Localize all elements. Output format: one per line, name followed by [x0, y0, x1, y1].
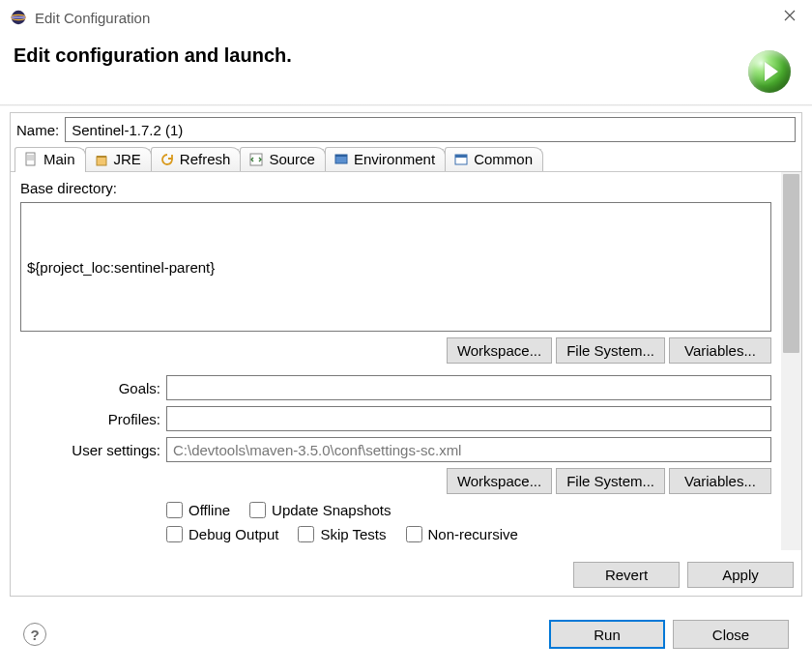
non-recursive-checkbox-label: Non-recursive	[428, 526, 518, 542]
window-close-button[interactable]	[768, 0, 812, 31]
run-icon	[746, 48, 793, 95]
tab-source[interactable]: Source	[240, 147, 326, 171]
profiles-label: Profiles:	[20, 411, 160, 427]
base-directory-input[interactable]	[20, 202, 771, 332]
svg-rect-5	[97, 156, 106, 158]
dialog-window: Edit Configuration Edit configuration an…	[0, 0, 812, 672]
header: Edit configuration and launch.	[0, 35, 812, 104]
non-recursive-checkbox-box[interactable]	[406, 526, 422, 542]
jar-icon	[94, 152, 109, 167]
skip-tests-checkbox-box[interactable]	[298, 526, 314, 542]
name-label: Name:	[16, 122, 59, 138]
basedir-variables-button[interactable]: Variables...	[669, 337, 771, 364]
config-panel: Name: Main JRE	[10, 112, 802, 597]
goals-input[interactable]	[166, 375, 771, 400]
usersettings-label: User settings:	[20, 442, 160, 458]
usersettings-input[interactable]	[166, 437, 771, 462]
tab-main[interactable]: Main	[14, 147, 86, 172]
svg-rect-4	[97, 157, 106, 165]
debug-output-checkbox-box[interactable]	[166, 526, 183, 542]
refresh-icon	[160, 152, 175, 167]
environment-icon	[334, 152, 349, 167]
vertical-scrollbar[interactable]	[781, 172, 801, 550]
apply-button[interactable]: Apply	[687, 562, 794, 588]
update-snapshots-checkbox-label: Update Snapshots	[272, 502, 391, 518]
update-snapshots-checkbox-box[interactable]	[249, 502, 266, 518]
offline-checkbox-label: Offline	[188, 502, 230, 518]
window-title: Edit Configuration	[35, 10, 150, 26]
tab-main-body: Base directory: Workspace... File System…	[11, 172, 781, 550]
help-button[interactable]: ?	[23, 623, 46, 646]
non-recursive-checkbox[interactable]: Non-recursive	[406, 526, 518, 542]
tab-source-label: Source	[269, 151, 315, 167]
run-button[interactable]: Run	[549, 620, 665, 649]
skip-tests-checkbox[interactable]: Skip Tests	[298, 526, 386, 542]
tab-refresh-label: Refresh	[180, 151, 231, 167]
svg-rect-2	[12, 16, 25, 19]
close-button[interactable]: Close	[673, 620, 789, 649]
goals-label: Goals:	[20, 380, 160, 396]
common-icon	[453, 152, 469, 167]
basedir-workspace-button[interactable]: Workspace...	[447, 337, 552, 364]
offline-checkbox-box[interactable]	[166, 502, 183, 518]
tab-bar: Main JRE Refresh	[11, 144, 801, 172]
debug-output-checkbox[interactable]: Debug Output	[166, 526, 278, 542]
header-separator	[0, 104, 812, 106]
profiles-input[interactable]	[166, 406, 771, 431]
debug-output-checkbox-label: Debug Output	[188, 526, 278, 542]
svg-rect-10	[455, 155, 467, 158]
tab-environment[interactable]: Environment	[325, 147, 446, 171]
tab-refresh[interactable]: Refresh	[151, 147, 242, 171]
usersettings-workspace-button[interactable]: Workspace...	[447, 468, 552, 494]
update-snapshots-checkbox[interactable]: Update Snapshots	[249, 502, 391, 518]
tab-environment-label: Environment	[354, 151, 435, 167]
revert-button[interactable]: Revert	[573, 562, 680, 588]
base-directory-label: Base directory:	[20, 180, 771, 196]
usersettings-variables-button[interactable]: Variables...	[669, 468, 771, 494]
offline-checkbox[interactable]: Offline	[166, 502, 230, 518]
name-input[interactable]	[65, 117, 796, 142]
document-icon	[23, 152, 39, 167]
tab-jre[interactable]: JRE	[85, 147, 152, 171]
titlebar: Edit Configuration	[0, 0, 812, 35]
tab-common-label: Common	[474, 151, 533, 167]
basedir-filesystem-button[interactable]: File System...	[556, 337, 665, 364]
tab-common[interactable]: Common	[445, 147, 543, 171]
skip-tests-checkbox-label: Skip Tests	[320, 526, 386, 542]
eclipse-icon	[10, 9, 27, 26]
page-title: Edit configuration and launch.	[14, 44, 292, 67]
usersettings-filesystem-button[interactable]: File System...	[556, 468, 665, 494]
source-icon	[248, 152, 264, 167]
svg-rect-8	[335, 155, 347, 157]
tab-jre-label: JRE	[114, 151, 141, 167]
scrollbar-thumb[interactable]	[783, 174, 799, 353]
tab-main-label: Main	[44, 151, 75, 167]
